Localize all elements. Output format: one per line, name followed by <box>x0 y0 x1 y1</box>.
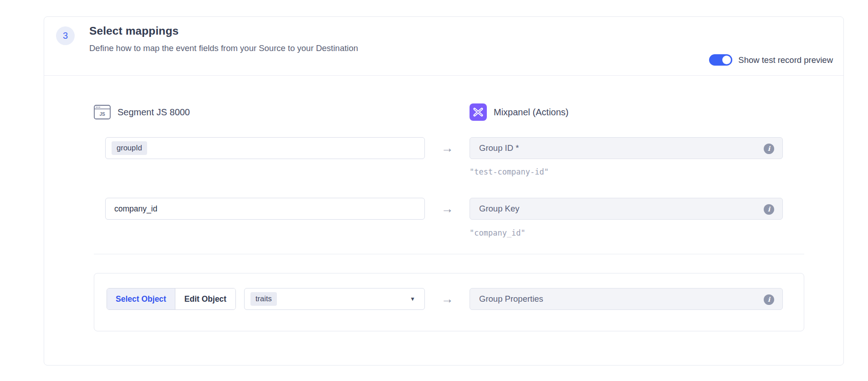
source-field-group-key[interactable] <box>105 198 425 220</box>
browser-js-icon: JS <box>94 105 111 119</box>
test-record-toggle-row: Show test record preview <box>709 54 833 66</box>
page-title: Select mappings <box>89 25 358 37</box>
destination-field-label: Group ID * <box>479 143 519 153</box>
arrow-right-icon: → <box>441 142 454 154</box>
toggle-label: Show test record preview <box>738 55 833 65</box>
mixpanel-icon <box>470 103 487 121</box>
arrow-right-icon: → <box>441 293 454 305</box>
source-field-group-id[interactable]: groupId <box>105 137 425 159</box>
info-icon[interactable]: i <box>764 294 774 305</box>
js-icon-label: JS <box>99 112 105 117</box>
destination-field-group-id[interactable]: Group ID * i <box>470 137 783 159</box>
toggle-knob <box>722 56 731 64</box>
select-mappings-card: 3 Select mappings Define how to map the … <box>44 16 844 366</box>
destination-field-group-key[interactable]: Group Key i <box>470 198 783 220</box>
destination-field-label: Group Properties <box>479 294 543 304</box>
arrow-right-icon: → <box>441 203 454 215</box>
source-token-chip: groupId <box>112 141 147 155</box>
card-header: 3 Select mappings Define how to map the … <box>44 17 843 76</box>
object-mode-button-group: Select Object Edit Object <box>107 288 236 310</box>
columns-header: JS Segment JS 8000 Mixpanel (Actions) <box>94 103 804 121</box>
source-header: JS Segment JS 8000 <box>94 105 470 119</box>
info-icon[interactable]: i <box>764 204 774 215</box>
chevron-down-icon: ▼ <box>410 296 415 302</box>
edit-object-button[interactable]: Edit Object <box>175 288 235 309</box>
object-mapping-box: Select Object Edit Object traits ▼ → Gro… <box>94 273 804 331</box>
source-name: Segment JS 8000 <box>117 107 190 118</box>
object-path-chip: traits <box>250 292 277 306</box>
test-record-preview-value: "company_id" <box>470 228 526 237</box>
destination-header: Mixpanel (Actions) <box>470 103 569 121</box>
section-divider <box>94 254 804 254</box>
destination-field-label: Group Key <box>479 204 519 214</box>
destination-name: Mixpanel (Actions) <box>494 107 569 118</box>
step-number-badge: 3 <box>56 26 75 45</box>
page-subtitle: Define how to map the event fields from … <box>89 43 358 53</box>
object-path-dropdown[interactable]: traits ▼ <box>244 288 425 310</box>
mapping-row-group-key: → Group Key i <box>105 198 783 220</box>
info-icon[interactable]: i <box>764 144 774 154</box>
test-record-preview-value: "test-company-id" <box>470 167 549 176</box>
destination-field-group-properties[interactable]: Group Properties i <box>470 288 783 310</box>
mapping-row-group-id: groupId → Group ID * i <box>105 137 783 159</box>
show-test-record-toggle[interactable] <box>709 54 732 66</box>
select-object-button[interactable]: Select Object <box>107 288 175 309</box>
